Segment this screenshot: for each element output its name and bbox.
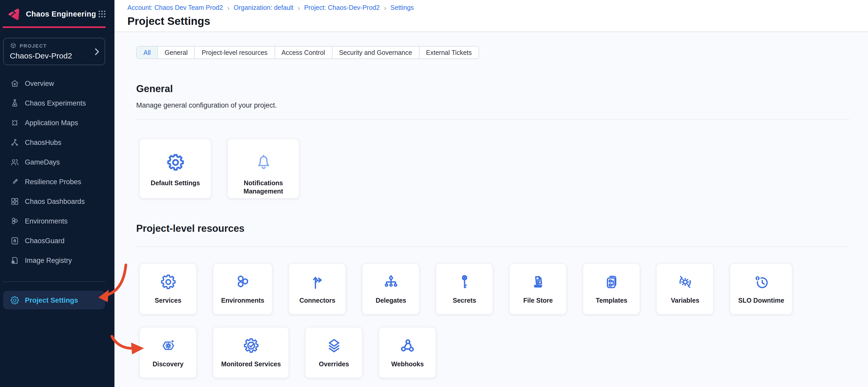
tab-external-tickets[interactable]: External Tickets [419,46,478,59]
file-document-icon [529,273,547,291]
tab-security-and-governance[interactable]: Security and Governance [332,46,419,59]
branch-arrows-icon [309,273,326,291]
sidebar-item-overview[interactable]: Overview [3,73,105,93]
card-label: Services [155,296,182,305]
breadcrumb-project-link[interactable]: Project: Chaos-Dev-Prod2 [304,4,380,11]
image-registry-icon [10,255,20,265]
tab-general[interactable]: General [157,46,194,59]
sidebar-item-chaoshubs[interactable]: ChaosHubs [3,133,105,152]
card-label: Connectors [299,296,335,305]
lock-card-icon [10,236,20,246]
hexagons-icon [10,216,20,226]
card-overrides[interactable]: Overrides [305,327,363,378]
gear-icon [165,153,185,172]
card-variables[interactable]: Variables [656,263,714,315]
card-secrets[interactable]: Secrets [436,263,493,315]
card-discovery[interactable]: Discovery [139,327,197,378]
sidebar: Chaos Engineering PROJECT Chaos-Dev-Prod… [0,0,115,387]
page-title: Project Settings [127,15,868,27]
clock-badge-icon [752,273,770,291]
section-subtitle-general: Manage general configuration of your pro… [136,101,849,110]
card-delegates[interactable]: Delegates [362,263,420,315]
card-environments[interactable]: Environments [213,263,273,315]
card-label: Overrides [319,360,349,368]
sidebar-item-application-maps[interactable]: Application Maps [3,113,105,133]
card-label: Variables [671,296,700,305]
org-tree-icon [382,273,400,291]
share-network-icon [10,137,20,147]
gear-refresh-icon [676,273,694,291]
sidebar-item-label: Chaos Dashboards [25,198,85,205]
sidebar-item-label: Application Maps [25,119,78,127]
main-area: Account: Chaos Dev Team Prod2 › Organiza… [115,0,868,387]
card-monitored-services[interactable]: Monitored Services [213,327,289,378]
section-divider [136,246,849,247]
sidebar-item-image-registry[interactable]: Image Registry [3,250,105,270]
sidebar-item-label: GameDays [25,158,60,166]
apps-grid-icon[interactable] [98,9,106,18]
section-divider [136,119,849,119]
card-label: Discovery [153,360,184,368]
breadcrumb-separator: › [384,4,386,11]
resources-cards-row-2: Discovery Monitored Services Overrides [139,327,849,378]
breadcrumb-organization-link[interactable]: Organization: default [234,4,293,11]
sidebar-item-label: Overview [25,79,54,87]
card-templates[interactable]: Templates [583,263,640,315]
project-selector[interactable]: PROJECT Chaos-Dev-Prod2 [3,38,105,65]
card-label: File Store [523,296,553,305]
sidebar-item-label: ChaosGuard [25,237,64,244]
card-slo-downtime[interactable]: SLO Downtime [730,263,793,315]
sidebar-item-gamedays[interactable]: GameDays [3,152,105,172]
test-tube-icon [10,177,20,186]
app-title: Chaos Engineering [26,9,96,18]
sidebar-item-label: Chaos Experiments [25,99,86,107]
tab-project-level-resources[interactable]: Project-level resources [194,46,274,59]
sidebar-item-resilience-probes[interactable]: Resilience Probes [3,172,105,191]
webhook-icon [399,337,416,354]
page-header: Account: Chaos Dev Team Prod2 › Organiza… [115,0,868,32]
sidebar-item-chaosguard[interactable]: ChaosGuard [3,231,105,250]
sidebar-item-project-settings[interactable]: Project Settings [3,291,105,309]
tab-all[interactable]: All [137,46,157,59]
breadcrumb-account-link[interactable]: Account: Chaos Dev Team Prod2 [127,4,223,11]
sidebar-item-chaos-dashboards[interactable]: Chaos Dashboards [3,191,105,211]
chevron-right-icon [95,48,99,55]
breadcrumb-settings-link[interactable]: Settings [391,4,414,11]
gear-icon [159,273,177,291]
brand: Chaos Engineering [0,0,115,21]
card-file-store[interactable]: File Store [509,263,567,315]
gear-check-icon [242,337,260,354]
hexagon-gear-icon [159,337,177,354]
harness-logo-icon [7,7,21,21]
card-label: Secrets [453,296,476,305]
general-cards-row: Default Settings Notifications Managemen… [139,139,849,199]
card-connectors[interactable]: Connectors [289,263,346,315]
card-default-settings[interactable]: Default Settings [139,139,211,199]
bell-icon [253,153,273,172]
stacked-templates-icon [603,273,620,291]
gear-icon [10,295,20,305]
sidebar-divider [3,281,105,282]
breadcrumb: Account: Chaos Dev Team Prod2 › Organiza… [127,4,868,11]
card-notifications-management[interactable]: Notifications Management [227,139,299,199]
tab-access-control[interactable]: Access Control [274,46,332,59]
users-icon [10,157,20,167]
sidebar-item-environments[interactable]: Environments [3,211,105,231]
card-webhooks[interactable]: Webhooks [379,327,436,378]
card-label: Default Settings [151,179,200,187]
sidebar-item-label: Resilience Probes [25,178,81,185]
dashboard-grid-icon [10,196,20,206]
card-services[interactable]: Services [139,263,197,315]
section-title-general: General [136,83,849,95]
sidebar-nav: Overview Chaos Experiments Application M… [0,73,115,270]
project-name: Chaos-Dev-Prod2 [10,51,99,60]
stacked-layers-icon [325,337,343,354]
sidebar-item-label: Environments [25,217,68,225]
key-icon [456,273,473,291]
sidebar-item-chaos-experiments[interactable]: Chaos Experiments [3,93,105,113]
resources-cards-row-1: Services Environments Connectors [139,263,849,315]
sidebar-item-label: Project Settings [25,296,78,304]
card-label: Webhooks [391,360,424,368]
section-title-resources: Project-level resources [136,223,849,234]
hexagons-icon [234,273,251,291]
